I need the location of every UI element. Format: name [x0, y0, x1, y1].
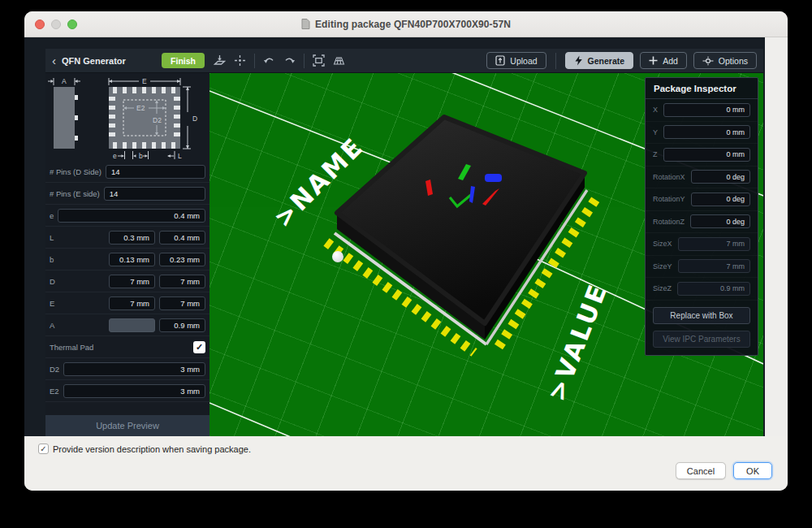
- param-label: # Pins (E side): [50, 189, 100, 198]
- minimize-window-button: [51, 19, 61, 29]
- update-preview-button[interactable]: Update Preview: [45, 415, 209, 436]
- rotation-x-input[interactable]: 0 deg: [691, 170, 750, 184]
- zoom-window-button[interactable]: [67, 19, 77, 29]
- pins-e-input[interactable]: 14: [104, 187, 205, 201]
- inspector-row-roty: RotationY 0 deg: [646, 188, 758, 211]
- chip-body: [337, 117, 585, 323]
- ground-grid-icon[interactable]: [329, 52, 349, 70]
- finish-button[interactable]: Finish: [162, 53, 205, 68]
- inspector-label: RotationX: [653, 173, 685, 181]
- view-tools: [209, 49, 349, 72]
- inspector-row-z: Z 0 mm: [646, 144, 758, 167]
- undo-icon[interactable]: [259, 52, 279, 70]
- rotation-y-input[interactable]: 0 deg: [691, 193, 750, 206]
- param-label: L: [50, 233, 54, 242]
- pins-d-input[interactable]: 14: [106, 165, 205, 179]
- size-x-field: 7 mm: [678, 237, 750, 251]
- inspector-label: SizeY: [653, 262, 672, 270]
- d-min-input[interactable]: 7 mm: [109, 275, 155, 288]
- dialog-window: Editing package QFN40P700X700X90-57N ‹ Q…: [24, 11, 788, 491]
- inspector-label: Z: [653, 150, 658, 158]
- param-row-l: L 0.3 mm 0.4 mm: [45, 227, 209, 249]
- param-row-b: b 0.13 mm 0.23 mm: [45, 249, 209, 270]
- param-label: Thermal Pad: [50, 343, 93, 352]
- param-label: # Pins (D Side): [50, 167, 102, 176]
- upload-label: Upload: [510, 56, 537, 66]
- origin-sphere: [332, 251, 343, 262]
- traffic-lights: [35, 11, 77, 37]
- b-min-input[interactable]: 0.13 mm: [109, 253, 155, 266]
- parameter-rows: # Pins (D Side) 14 # Pins (E side) 14 e …: [45, 161, 209, 415]
- replace-with-box-button[interactable]: Replace with Box: [653, 307, 750, 324]
- z-input[interactable]: 0 mm: [663, 148, 751, 162]
- package-editor: ‹ QFN Generator Finish: [24, 37, 765, 436]
- svg-text:A: A: [62, 77, 67, 85]
- param-row-d2: D2 3 mm: [45, 358, 209, 380]
- ok-button[interactable]: OK: [733, 462, 772, 479]
- inspector-row-sizey: SizeY 7 mm: [646, 256, 758, 279]
- upload-icon: [495, 55, 505, 66]
- svg-text:D2: D2: [153, 116, 162, 124]
- close-window-button[interactable]: [35, 19, 45, 29]
- add-button[interactable]: Add: [640, 52, 687, 69]
- svg-text:e: e: [113, 152, 117, 160]
- rotation-z-input[interactable]: 0 deg: [690, 214, 750, 228]
- e-max-input[interactable]: 7 mm: [159, 296, 205, 310]
- b-max-input[interactable]: 0.23 mm: [159, 253, 205, 266]
- inspector-label: X: [653, 106, 658, 114]
- options-button[interactable]: Options: [693, 52, 757, 69]
- editor-toolbar: ‹ QFN Generator Finish: [45, 49, 763, 73]
- generator-title: QFN Generator: [62, 56, 126, 66]
- d2-input[interactable]: 3 mm: [63, 362, 205, 376]
- param-row-thermal-pad: Thermal Pad ✓: [45, 336, 209, 358]
- qfn-generator-panel: A: [45, 73, 209, 436]
- y-input[interactable]: 0 mm: [663, 125, 750, 139]
- inspector-label: SizeX: [653, 240, 672, 248]
- toolbar-actions: Upload Generate Add: [486, 52, 763, 69]
- inspector-label: Y: [653, 128, 658, 136]
- pitch-e-input[interactable]: 0.4 mm: [58, 209, 205, 223]
- package-dimension-diagram: A: [45, 73, 209, 161]
- upload-button[interactable]: Upload: [486, 52, 546, 69]
- desktop-background: Editing package QFN40P700X700X90-57N ‹ Q…: [0, 0, 812, 528]
- inspector-row-rotz: RotationZ 0 deg: [646, 211, 758, 234]
- inspector-row-y: Y 0 mm: [646, 122, 758, 145]
- a-min-input[interactable]: [109, 318, 155, 332]
- generate-button[interactable]: Generate: [565, 52, 634, 69]
- options-label: Options: [719, 56, 748, 66]
- l-max-input[interactable]: 0.4 mm: [159, 231, 205, 245]
- svg-text:E: E: [142, 77, 147, 85]
- redo-icon[interactable]: [279, 52, 300, 70]
- back-chevron-icon[interactable]: ‹: [52, 54, 56, 67]
- x-input[interactable]: 0 mm: [663, 103, 750, 117]
- a-max-input[interactable]: 0.9 mm: [159, 318, 205, 332]
- version-description-checkbox[interactable]: ✓: [38, 444, 49, 454]
- thermal-pad-checkbox[interactable]: ✓: [193, 341, 205, 353]
- e-min-input[interactable]: 7 mm: [109, 296, 155, 310]
- param-row-pins-d: # Pins (D Side) 14: [45, 161, 209, 183]
- inspector-row-sizex: SizeX 7 mm: [646, 233, 758, 256]
- svg-text:L: L: [178, 152, 182, 160]
- l-min-input[interactable]: 0.3 mm: [109, 231, 155, 245]
- cancel-button[interactable]: Cancel: [676, 462, 726, 479]
- lightning-icon: [574, 55, 583, 66]
- inspector-row-sizez: SizeZ 0.9 mm: [646, 278, 758, 301]
- view-ipc-parameters-button: View IPC Parameters: [653, 331, 750, 348]
- generator-header: ‹ QFN Generator Finish: [45, 49, 209, 72]
- param-label: D2: [50, 365, 59, 374]
- plus-icon: [649, 56, 658, 65]
- package-inspector-panel: Package Inspector X 0 mm Y 0 mm Z 0 mm R…: [645, 77, 758, 356]
- d-max-input[interactable]: 7 mm: [159, 275, 205, 288]
- 3d-viewport[interactable]: >NAME >VALUE Package Inspector X 0 mm Y …: [209, 73, 763, 436]
- document-icon: [301, 19, 310, 29]
- inspector-row-rotx: RotationX 0 deg: [646, 167, 758, 189]
- window-title: Editing package QFN40P700X700X90-57N: [315, 19, 511, 30]
- fit-view-icon[interactable]: [309, 52, 329, 70]
- toolbar-separator: [254, 54, 255, 68]
- origin-crosshair-icon[interactable]: [230, 52, 250, 70]
- e2-input[interactable]: 3 mm: [63, 384, 205, 398]
- param-label: A: [50, 321, 54, 330]
- param-label: b: [50, 255, 54, 264]
- inspector-row-x: X 0 mm: [646, 99, 758, 122]
- drop-to-board-icon[interactable]: [209, 52, 230, 70]
